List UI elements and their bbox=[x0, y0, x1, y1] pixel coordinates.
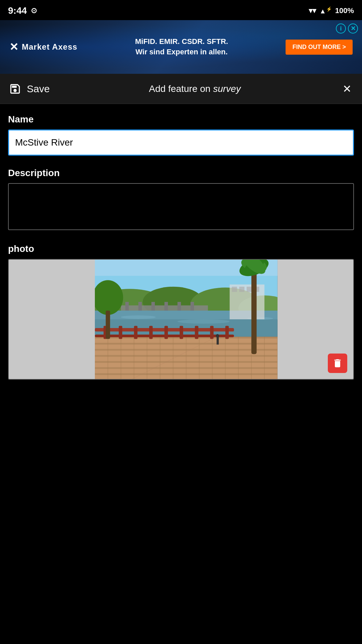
svg-rect-44 bbox=[119, 326, 122, 339]
battery-display: 100% bbox=[335, 6, 354, 15]
svg-rect-7 bbox=[125, 302, 129, 311]
ad-info-button[interactable]: i bbox=[336, 23, 346, 34]
close-button[interactable]: ✕ bbox=[340, 82, 354, 96]
svg-rect-50 bbox=[210, 326, 214, 339]
svg-rect-48 bbox=[180, 326, 183, 339]
svg-rect-53 bbox=[232, 287, 237, 292]
delete-photo-button[interactable] bbox=[328, 354, 347, 373]
ad-logo: ✕ Market Axess bbox=[9, 41, 77, 53]
time-display: 9:44 bbox=[8, 5, 27, 16]
svg-rect-54 bbox=[239, 287, 245, 292]
name-field-section: Name bbox=[8, 114, 354, 168]
svg-point-15 bbox=[121, 315, 156, 319]
alarm-icon: ⊙ bbox=[31, 6, 37, 15]
ad-close-button[interactable]: ✕ bbox=[348, 23, 358, 34]
svg-rect-63 bbox=[106, 311, 110, 339]
name-label: Name bbox=[8, 114, 354, 125]
ad-logo-name: Market Axess bbox=[22, 42, 77, 52]
photo-left-placeholder bbox=[9, 260, 95, 379]
description-input[interactable] bbox=[8, 183, 354, 230]
photo-label: photo bbox=[8, 244, 354, 254]
svg-rect-55 bbox=[247, 287, 252, 292]
status-bar: 9:44 ⊙ ▾▾ ▲⚡ 100% bbox=[0, 0, 362, 20]
photo-section: photo bbox=[8, 244, 354, 380]
signal-icon: ▲⚡ bbox=[319, 6, 332, 15]
status-right: ▾▾ ▲⚡ 100% bbox=[309, 6, 354, 15]
wifi-icon: ▾▾ bbox=[309, 6, 316, 15]
app-toolbar: Save Add feature on survey ✕ bbox=[0, 74, 362, 104]
svg-rect-47 bbox=[165, 326, 168, 339]
photo-wrapper bbox=[9, 260, 353, 379]
svg-rect-12 bbox=[190, 302, 194, 311]
title-italic: survey bbox=[213, 84, 241, 94]
form-content: Name Description photo bbox=[0, 104, 362, 390]
svg-rect-10 bbox=[165, 302, 168, 311]
svg-rect-64 bbox=[217, 337, 219, 344]
name-input[interactable] bbox=[8, 129, 354, 156]
ad-text: MiFID. EMIR. CSDR. SFTR. Wir sind Expert… bbox=[77, 37, 286, 57]
save-label: Save bbox=[27, 83, 50, 95]
status-left: 9:44 ⊙ bbox=[8, 5, 37, 16]
ad-cta-button[interactable]: FIND OUT MORE > bbox=[286, 40, 353, 55]
description-field-section: Description bbox=[8, 168, 354, 244]
svg-rect-46 bbox=[149, 326, 153, 339]
ad-controls: i ✕ bbox=[336, 23, 358, 34]
svg-rect-57 bbox=[251, 267, 257, 354]
photo-main-image bbox=[95, 260, 278, 379]
ad-logo-x-icon: ✕ bbox=[9, 41, 18, 53]
svg-rect-51 bbox=[225, 326, 229, 339]
svg-point-16 bbox=[177, 319, 230, 324]
svg-rect-45 bbox=[134, 326, 137, 339]
description-label: Description bbox=[8, 168, 354, 178]
svg-rect-8 bbox=[138, 302, 142, 311]
svg-rect-9 bbox=[152, 302, 155, 311]
ad-banner: ✕ Market Axess MiFID. EMIR. CSDR. SFTR. … bbox=[0, 20, 362, 74]
photo-container bbox=[8, 259, 354, 380]
ad-line2: Wir sind Experten in allen. bbox=[84, 47, 279, 57]
save-button[interactable]: Save bbox=[8, 82, 50, 96]
title-prefix: Add feature on bbox=[149, 84, 213, 94]
ad-line1: MiFID. EMIR. CSDR. SFTR. bbox=[84, 37, 279, 47]
save-icon bbox=[8, 82, 22, 96]
svg-rect-11 bbox=[177, 302, 181, 311]
toolbar-title: Add feature on survey bbox=[50, 84, 340, 94]
svg-rect-49 bbox=[195, 326, 198, 339]
